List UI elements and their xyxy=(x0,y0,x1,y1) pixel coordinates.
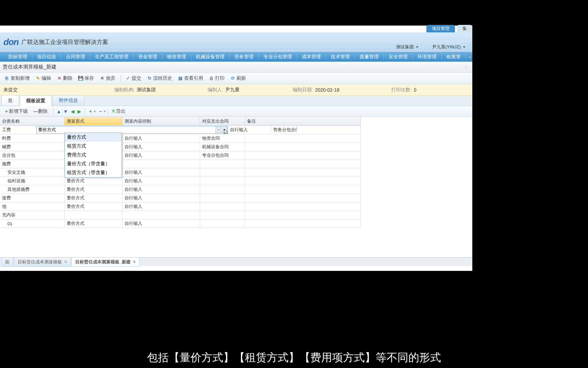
nav-material[interactable]: 物资管理 xyxy=(162,54,191,60)
cell-remark[interactable] xyxy=(245,177,361,185)
cell-remark[interactable] xyxy=(245,168,361,177)
nav-safety[interactable]: 安全管理 xyxy=(384,54,413,60)
cell-name[interactable]: 工费 xyxy=(0,126,36,134)
table-row[interactable]: 他量价方式自行输入 xyxy=(0,202,361,211)
cell-ctrl[interactable]: 自行输入 xyxy=(122,202,200,211)
dropdown-option[interactable]: 租赁方式（带含量） xyxy=(65,168,121,177)
move-up-icon[interactable]: ▲ xyxy=(56,109,62,114)
export-button[interactable]: ⇱导出 xyxy=(110,107,128,116)
cell-name[interactable]: 业分包 xyxy=(0,151,65,159)
cell-remark[interactable] xyxy=(245,151,361,159)
cell-remark[interactable] xyxy=(245,194,361,202)
cell-contract[interactable]: 专业分包合同 xyxy=(200,151,245,159)
cell-name[interactable]: 料费 xyxy=(0,134,65,142)
cell-name[interactable]: 他 xyxy=(0,202,65,211)
nav-scroll-right-icon[interactable]: › xyxy=(469,54,471,60)
cell-contract[interactable] xyxy=(200,185,245,194)
cell-form[interactable] xyxy=(65,211,122,219)
cell-remark[interactable] xyxy=(297,126,361,134)
cell-name[interactable]: 施费 xyxy=(0,160,65,168)
cell-remark[interactable] xyxy=(245,143,361,151)
view-ref-button[interactable]: ▤查看引用 xyxy=(176,74,205,82)
table-row[interactable]: 施费 xyxy=(0,160,361,168)
cell-remark[interactable] xyxy=(245,185,361,194)
nav-contract[interactable]: 合同管理 xyxy=(61,54,90,60)
cell-name[interactable]: 其他措施费 xyxy=(0,185,65,194)
cell-ctrl[interactable]: 自行输入 xyxy=(122,134,200,142)
cell-form[interactable]: 量价方式 xyxy=(65,219,122,228)
tab-attachments[interactable]: 附件信息 xyxy=(52,95,84,106)
add-child-button[interactable]: ＋新增下级 xyxy=(2,107,30,116)
delete-button[interactable]: ✕删除 xyxy=(54,74,75,82)
cell-ctrl[interactable]: 自行输入 xyxy=(122,194,200,202)
dropdown-option[interactable]: 费用方式 xyxy=(65,151,121,159)
top-tab-project[interactable]: 项目管理 xyxy=(426,25,455,32)
edit-button[interactable]: ✎编辑 xyxy=(33,74,53,82)
cell-remark[interactable] xyxy=(245,160,361,168)
doc-tab[interactable]: 面 xyxy=(1,257,13,267)
form-dropdown[interactable]: 量价方式 租赁方式 费用方式 量价方式（带含量） 租赁方式（带含量） xyxy=(65,133,122,178)
nav-fund[interactable]: 资金管理 xyxy=(133,54,162,60)
nav-project-info[interactable]: 项目信息 xyxy=(32,54,61,60)
dropdown-option[interactable]: 量价方式 xyxy=(65,133,121,142)
favorite-star-icon[interactable]: ☆ xyxy=(463,63,469,71)
table-row[interactable]: 料费自行输入物资合同 xyxy=(0,134,361,143)
cell-remark[interactable] xyxy=(245,134,361,142)
nav-environment[interactable]: 环境管理 xyxy=(413,54,442,60)
user-selector[interactable]: 尹九重(YINJZ) xyxy=(432,44,466,50)
cell-ctrl[interactable]: 自行输入 xyxy=(122,151,200,159)
table-row[interactable]: 业分包自行输入专业分包合同 xyxy=(0,151,361,160)
cell-ctrl[interactable]: 自行输入 xyxy=(122,143,200,151)
nav-closing[interactable]: 收尾管 xyxy=(442,54,466,60)
cell-contract[interactable] xyxy=(200,177,245,185)
nav-quality[interactable]: 质量管理 xyxy=(355,54,384,60)
table-row[interactable]: 临时设施量价方式自行输入 xyxy=(0,177,361,185)
close-icon[interactable]: ✕ xyxy=(64,260,67,264)
nav-cost[interactable]: 成本管理 xyxy=(297,54,326,60)
col-header-form[interactable]: 测算形式 xyxy=(65,117,122,125)
doc-tab-template[interactable]: 目标责任成本测算模板✕ xyxy=(14,257,71,267)
nav-labor[interactable]: 劳务管理 xyxy=(230,54,259,60)
cell-contract[interactable] xyxy=(200,211,245,219)
cell-form[interactable]: 量价方式 xyxy=(65,202,122,211)
clear-icon[interactable]: × xyxy=(215,127,221,133)
cell-contract[interactable]: 劳务分包合同 xyxy=(271,126,297,134)
grid-delete-button[interactable]: —删除 xyxy=(31,107,50,116)
cell-name[interactable]: 01 xyxy=(0,219,65,228)
cell-remark[interactable] xyxy=(245,202,361,211)
tab-info[interactable]: 息 xyxy=(1,95,19,106)
refresh-button[interactable]: ⟳刷新 xyxy=(228,74,248,82)
table-row[interactable]: 其他措施费量价方式自行输入 xyxy=(0,185,361,194)
table-row[interactable]: 接费量价方式自行输入 xyxy=(0,194,361,202)
cell-form[interactable]: 量价方式 xyxy=(65,185,122,194)
expand-icon[interactable]: ＋ xyxy=(88,109,93,114)
col-header-name[interactable]: 分类名称 xyxy=(0,117,65,125)
nav-bid[interactable]: 投标管理 xyxy=(3,54,32,60)
move-down-icon[interactable]: ▼ xyxy=(63,109,68,114)
cell-contract[interactable] xyxy=(200,160,245,168)
col-header-remark[interactable]: 备注 xyxy=(245,117,361,125)
cell-ctrl[interactable]: 自行输入 xyxy=(122,219,200,228)
col-header-contract[interactable]: 对应支出合同 xyxy=(200,117,245,125)
cell-ctrl[interactable] xyxy=(122,160,200,168)
cell-name[interactable]: 械费 xyxy=(0,143,65,151)
submit-button[interactable]: ✓提交 xyxy=(123,74,143,82)
cell-contract[interactable] xyxy=(200,202,245,211)
nav-machinery[interactable]: 机械设备管理 xyxy=(191,54,230,60)
cell-contract[interactable]: 物资合同 xyxy=(200,134,245,142)
cell-ctrl[interactable]: 自行输入 xyxy=(122,177,200,185)
cell-contract[interactable]: 机械设备合同 xyxy=(200,143,245,151)
cell-ctrl[interactable]: 自行输入 xyxy=(228,126,271,134)
cell-ctrl[interactable]: 自行输入 xyxy=(122,185,200,194)
history-button[interactable]: ↻流转历史 xyxy=(145,74,174,82)
close-icon[interactable]: ✕ xyxy=(133,260,136,264)
cell-name[interactable]: 安全文施 xyxy=(0,168,65,177)
dropdown-option[interactable]: 租赁方式 xyxy=(65,142,121,151)
dropdown-trigger-icon[interactable]: ▼ xyxy=(222,127,227,133)
top-tab-secondary[interactable]: 集 xyxy=(457,25,472,32)
cell-form[interactable]: 量价方式 xyxy=(65,194,122,202)
move-right-icon[interactable]: ▶ xyxy=(77,109,82,114)
save-button[interactable]: 💾保存 xyxy=(76,74,96,82)
table-row[interactable]: 充内容 xyxy=(0,211,361,219)
collapse-icon[interactable]: − xyxy=(98,109,103,114)
